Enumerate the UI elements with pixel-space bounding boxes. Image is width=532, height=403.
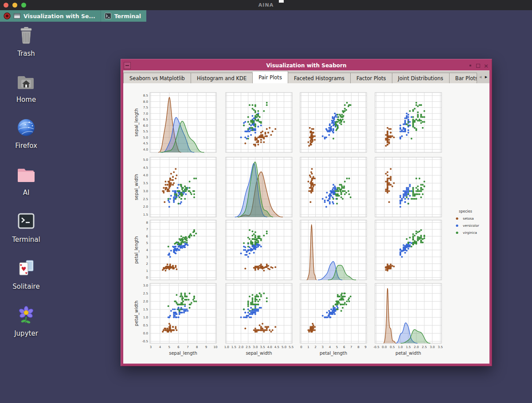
x-tick-label: 2	[314, 345, 316, 349]
y-tick-label: 4.5	[143, 166, 148, 170]
taskbar-item-label: Visualization with Se...	[23, 13, 95, 19]
desktop-icon-home[interactable]: Home	[7, 71, 45, 104]
menu-bar-title: AINA	[0, 2, 532, 8]
subplot-petal_width-vs-sepal_length	[150, 283, 216, 343]
x-tick-label: 2.0	[414, 345, 419, 349]
x-axis-label: petal_length	[320, 351, 347, 356]
desktop-icon-ai[interactable]: AI	[7, 164, 45, 197]
x-tick-label: 3.0	[430, 345, 435, 349]
y-tick-label: 3.0	[143, 190, 148, 193]
legend-title: species	[459, 209, 472, 213]
desktop-icon-label: Trash	[7, 50, 45, 58]
x-tick-label: 1.5	[406, 345, 411, 349]
subplot-sepal_width-vs-sepal_width	[226, 157, 292, 217]
y-tick-label: 5.0	[143, 158, 148, 162]
legend: speciessetosaversicolorvirginica	[456, 209, 479, 235]
y-tick-label: 5.0	[143, 136, 148, 140]
subplot-sepal_width-vs-petal_length	[300, 157, 367, 217]
desktop-icon-label: Firefox	[7, 142, 45, 150]
x-tick-label: -0.5	[373, 345, 379, 349]
window-content: 4.04.55.05.56.06.57.07.58.08.5sepal_leng…	[123, 83, 489, 364]
window-shade-button[interactable]	[467, 62, 473, 69]
x-tick-label: 5	[168, 345, 170, 349]
record-icon	[4, 12, 11, 19]
subplot-petal_width-vs-sepal_width	[226, 283, 292, 343]
tab-seaborn-vs-matplotlib[interactable]: Seaborn vs Matplotlib	[123, 73, 191, 83]
subplot-petal_width-vs-petal_width	[375, 283, 442, 343]
x-tick-label: 2.5	[246, 345, 250, 349]
y-axis-label: petal_length	[134, 236, 139, 264]
tab-pair-plots[interactable]: Pair Plots	[253, 71, 288, 83]
x-tick-label: 2.5	[422, 345, 426, 349]
maximize-square-icon	[476, 64, 480, 68]
x-tick-label: 0.5	[390, 345, 395, 349]
desktop-icon-label: Jupyter	[7, 329, 45, 337]
x-tick-label: 1.5	[231, 345, 236, 349]
pairplot-svg: 4.04.55.05.56.06.57.07.58.08.5sepal_leng…	[123, 83, 489, 364]
tab-joint-distributions[interactable]: Joint Distributions	[392, 73, 450, 83]
window-titlebar: Visualization with Seaborn ×	[123, 61, 489, 70]
shade-dot-icon	[469, 65, 471, 66]
solitaire-icon: ♥♥♥	[7, 258, 45, 281]
y-tick-label: 7.0	[143, 112, 148, 116]
y-tick-label: 4.0	[143, 148, 148, 151]
desktop-icon-firefox[interactable]: Firefox	[7, 117, 45, 150]
x-tick-label: 4.0	[267, 345, 272, 349]
x-tick-label: 7	[350, 345, 352, 349]
svg-text:♥: ♥	[20, 264, 22, 267]
x-tick-label: 1	[307, 345, 309, 349]
firefox-icon	[7, 117, 45, 140]
desktop-icon-terminal[interactable]: Terminal	[7, 211, 45, 244]
x-axis-label: sepal_width	[246, 351, 272, 356]
subplot-sepal_length-vs-petal_length	[300, 93, 367, 152]
desktop-icon-solitaire[interactable]: ♥♥♥Solitaire	[7, 258, 45, 291]
tab-scroll-left-button[interactable]: ◂	[478, 73, 483, 81]
y-tick-label: 0.0	[143, 332, 148, 335]
y-tick-label: 8	[146, 221, 148, 225]
x-axis-label: sepal_length	[169, 351, 197, 356]
x-tick-label: 3.5	[438, 345, 443, 349]
legend-label-virginica: virginica	[463, 231, 477, 235]
y-tick-label: 6.0	[143, 124, 148, 128]
jupyter-icon	[7, 305, 45, 328]
close-x-icon: ×	[484, 63, 489, 69]
tab-scroll-right-button[interactable]: ▸	[484, 73, 489, 81]
svg-text:♥: ♥	[25, 271, 27, 275]
subplot-petal_length-vs-petal_length	[300, 220, 367, 280]
window-close-button[interactable]: ×	[483, 62, 489, 69]
desktop-icon-jupyter[interactable]: Jupyter	[7, 305, 45, 337]
y-tick-label: 1.0	[143, 316, 148, 319]
taskbar-item-label: Terminal	[114, 13, 141, 19]
home-icon	[7, 71, 45, 94]
y-tick-label: 3.5	[143, 182, 148, 185]
subplot-sepal_length-vs-sepal_length	[150, 93, 216, 152]
y-tick-label: 6	[146, 235, 149, 238]
x-tick-label: 4.5	[274, 345, 279, 349]
tab-bar-plots[interactable]: Bar Plots	[450, 73, 477, 83]
y-tick-label: -0.5	[142, 340, 148, 343]
menu-bar: AINA	[0, 0, 532, 10]
subplot-petal_length-vs-sepal_width	[226, 220, 292, 280]
legend-marker-setosa	[456, 217, 458, 220]
y-tick-label: 1.5	[143, 308, 148, 311]
window-maximize-button[interactable]	[475, 62, 481, 69]
x-tick-label: 6	[177, 345, 180, 349]
tab-factor-plots[interactable]: Factor Plots	[351, 73, 392, 83]
taskbar-item-terminal[interactable]: Terminal	[101, 10, 146, 22]
x-tick-label: 9	[364, 345, 366, 349]
x-axis-label: petal_width	[395, 351, 421, 356]
y-tick-label: 5.5	[143, 130, 148, 133]
subplot-petal_length-vs-petal_width	[375, 220, 442, 280]
taskbar-item-visualization-with-se[interactable]: Visualization with Se...	[0, 10, 101, 22]
desktop-icon-trash[interactable]: Trash	[7, 25, 45, 58]
x-tick-label: 3	[150, 345, 152, 349]
pairplot-figure: 4.04.55.05.56.06.57.07.58.08.5sepal_leng…	[123, 83, 489, 364]
y-tick-label: 6.5	[143, 118, 148, 121]
y-tick-label: 0.5	[143, 324, 148, 327]
tab-histogram-and-kde[interactable]: Histogram and KDE	[191, 73, 253, 83]
x-tick-label: 3.5	[260, 345, 265, 349]
x-tick-label: 10	[213, 345, 217, 349]
y-tick-label: 2.5	[143, 292, 148, 295]
y-tick-label: 1	[146, 269, 148, 273]
tab-faceted-histograms[interactable]: Faceted Histograms	[288, 73, 351, 83]
